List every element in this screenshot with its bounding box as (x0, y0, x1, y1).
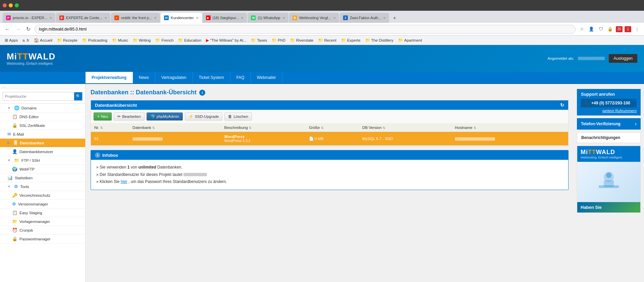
info-icon[interactable]: i (199, 90, 205, 96)
close-button[interactable] (3, 3, 7, 7)
tab-close-4[interactable]: ✕ (196, 16, 199, 20)
refresh-icon[interactable]: ↻ (560, 102, 564, 108)
tab-close-3[interactable]: ✕ (154, 16, 157, 20)
nav-webmailer[interactable]: Webmailer (251, 72, 282, 83)
nav-faq[interactable]: FAQ (230, 72, 251, 83)
sort-arrow-db[interactable]: ⇅ (152, 126, 155, 130)
sidebar-item-cronjob[interactable]: ⏰ Cronjob (0, 226, 85, 235)
nav-projektverwaltung[interactable]: Projektverwaltung (86, 72, 133, 83)
new-tab-button[interactable]: + (390, 13, 399, 23)
tab-close-7[interactable]: ✕ (333, 16, 336, 20)
delete-db-button[interactable]: 🗑 Löschen (224, 112, 252, 121)
ssd-upgrade-button[interactable]: ⚡ SSD-Upgrade (185, 112, 223, 121)
password-change-link[interactable]: hier (121, 179, 127, 184)
bookmark-willows[interactable]: ▶ "The Willows" by Al... (204, 37, 248, 43)
extension3-icon[interactable]: 26 (616, 26, 623, 32)
refresh-button[interactable]: ↻ (25, 25, 32, 34)
bookmark-fr[interactable]: a .fr (20, 38, 31, 43)
logout-button[interactable]: Ausloggen (609, 54, 637, 63)
sidebar-search-input[interactable] (3, 93, 74, 100)
sidebar-item-domains[interactable]: ▼ 🌐 Domains (0, 104, 85, 112)
bookmark-writing[interactable]: 📁 Writing (131, 37, 153, 43)
support-phone-box[interactable]: 📞 +49 (0) 5772/293-100 (581, 99, 637, 107)
bookmark-education[interactable]: 📁 Education (176, 37, 203, 43)
back-button[interactable]: ← (3, 25, 11, 34)
browser-tab-3[interactable]: r reddit: the front p... ✕ (111, 13, 160, 23)
browser-tab-5[interactable]: ▶ (18) Sæglópur... ✕ (203, 13, 247, 23)
sidebar-item-datenbanken[interactable]: ▶ 🗄 Datenbanken (0, 139, 85, 147)
menu-button[interactable]: ⋮ (633, 26, 641, 33)
sidebar-item-vorlagenmanager[interactable]: 📁 Vorlagenmanager (0, 217, 85, 226)
sidebar-item-ftp-ssh[interactable]: ▼ 📁 FTP / SSH (0, 156, 85, 165)
browser-tab-2[interactable]: E EXPERTE.de Conte... ✕ (56, 13, 110, 23)
bookmark-rezepte[interactable]: 📁 Rezepte (55, 37, 79, 43)
browser-tab-8[interactable]: Z Zwei-Faktor-Auth... ✕ (340, 13, 389, 23)
new-db-button[interactable]: + Neu (94, 112, 112, 121)
url-input[interactable] (35, 25, 576, 34)
maximize-button[interactable] (15, 3, 19, 7)
apps-grid-icon: ⊞ (5, 38, 8, 43)
sidebar-item-easy-staging[interactable]: 📋 Easy Staging (0, 208, 85, 217)
browser-tab-7[interactable]: B Webhosting Vergl... ✕ (289, 13, 339, 23)
tab-close-2[interactable]: ✕ (104, 16, 107, 20)
tab-close-6[interactable]: ✕ (282, 16, 285, 20)
table-row[interactable]: 01 WordPress WordPress 5.3.2 📄 (91, 132, 568, 146)
extension2-icon[interactable]: 🔒 (606, 26, 614, 33)
bookmark-willows-label: "The Willows" by Al... (210, 38, 246, 42)
bookmark-recent[interactable]: 📁 Recent (316, 37, 338, 43)
sort-arrow-size[interactable]: ⇅ (321, 126, 324, 130)
tab-favicon-8: Z (343, 15, 348, 20)
sort-arrow-desc[interactable]: ⇅ (249, 126, 252, 130)
sidebar-item-datenbankbenutzer[interactable]: 👤 Datenbankbenutzer (0, 147, 85, 156)
sidebar-item-dns-editor[interactable]: 📋 DNS Editor (0, 112, 85, 121)
sort-arrow-hostname[interactable]: ⇅ (474, 126, 476, 130)
default-user-redacted (183, 173, 207, 176)
tel-verify-box[interactable]: Telefon-Verifizierung › (577, 118, 641, 130)
bookmark-taxes[interactable]: 📁 Taxes (249, 37, 269, 43)
bookmark-experte[interactable]: 📁 Experte (339, 37, 363, 43)
bookmark-music[interactable]: 📁 Music (110, 37, 130, 43)
browser-tab-1[interactable]: P prismic.io - EXPER... ✕ (3, 13, 55, 23)
bookmark-riverstate[interactable]: 📁 Riverstate (288, 37, 316, 43)
tab-close-5[interactable]: ✕ (241, 16, 244, 20)
bookmark-distillery[interactable]: 📁 The Distillery (363, 37, 395, 43)
forward-button[interactable]: → (14, 25, 22, 34)
sidebar-item-email[interactable]: ✉ E-Mail (0, 130, 85, 139)
sort-arrow-version[interactable]: ⇅ (383, 126, 385, 130)
tab-close-1[interactable]: ✕ (49, 16, 52, 20)
bookmark-phd[interactable]: 📁 PhD (270, 37, 287, 43)
nav-vertragsdaten[interactable]: Vertragsdaten (155, 72, 193, 83)
bookmark-star-icon[interactable]: ☆ (578, 26, 586, 33)
sidebar-search-button[interactable]: 🔍 (74, 92, 82, 100)
bookmark-apps[interactable]: ⊞ Apps (3, 37, 20, 43)
edit-db-button[interactable]: ✏ Bearbeiten (114, 112, 145, 121)
bookmark-podcasting[interactable]: 📁 Podcasting (80, 37, 109, 43)
sidebar-item-webftp[interactable]: 🌍 WebFTP (0, 165, 85, 174)
nav-news[interactable]: News (133, 72, 155, 83)
sidebar-item-verzeichnisschutz[interactable]: 🔑 Verzeichnisschutz (0, 191, 85, 200)
sidebar-item-statistiken[interactable]: 📊 Statistiken (0, 174, 85, 182)
phpmyadmin-button[interactable]: 🐬 phpMyAdmin (147, 112, 183, 121)
section-title: Datenbankübersicht (95, 103, 137, 108)
bookmark-accueil[interactable]: 🏠 Accueil (32, 37, 54, 43)
phone-icon: 📞 (584, 100, 589, 106)
browser-tab-6[interactable]: W (1) WhatsApp ✕ (248, 13, 288, 23)
sidebar-item-ssl[interactable]: 🔒 SSL-Zertifikate (0, 121, 85, 130)
tab-close-8[interactable]: ✕ (383, 16, 386, 20)
table-header-row: Nr. ⇅ Datenbank ⇅ Beschreibung ⇅ (91, 124, 568, 132)
svg-rect-3 (604, 180, 614, 187)
sidebar-item-passwortmanager[interactable]: 🔒 Passwortmanager (0, 235, 85, 243)
bookmark-french[interactable]: 📁 French (153, 37, 175, 43)
minimize-button[interactable] (9, 3, 13, 7)
browser-tab-4[interactable]: M Kundencenter ✕ (161, 13, 202, 23)
extension4-icon[interactable]: 1 (625, 26, 631, 32)
sort-arrow-nr[interactable]: ⇅ (100, 126, 103, 130)
sidebar-item-versionsmanager[interactable]: ⚙ Versionsmanager (0, 200, 85, 208)
nav-ticket-system[interactable]: Ticket System (193, 72, 230, 83)
bookmark-apartment[interactable]: 📁 Apartment (396, 37, 424, 43)
profile-icon[interactable]: 👤 (588, 26, 595, 33)
phpmyadmin-icon: 🐬 (150, 114, 155, 119)
more-numbers-link[interactable]: weitere Rufnummern (581, 109, 637, 113)
sidebar-item-tools[interactable]: ▼ ⚙ Tools (0, 182, 85, 191)
extension1-icon[interactable]: 🛡 (597, 26, 604, 33)
